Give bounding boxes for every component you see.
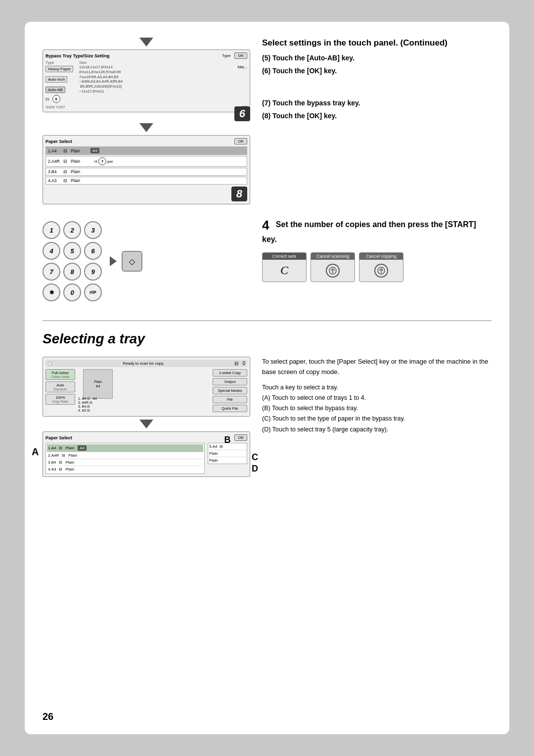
paper-row-2-num: 2.A4R [48,159,60,164]
bypass-tray-title: Bypass Tray Type/Size Setting [45,53,109,58]
tray-ps-r4-num: 4.A3 [48,467,56,472]
cms-btn-file[interactable]: File [213,396,247,403]
tray-row-1[interactable]: 1. A4 ⊟ A4 [78,397,210,401]
cancel-scanning-btn[interactable]: Cancel scanning [311,252,355,282]
key-star[interactable]: ✱ [43,284,60,301]
tray-ps-ok[interactable]: OK [234,434,247,441]
arrow-right-icon [110,256,117,266]
bypass-ok-btn[interactable]: OK [234,52,247,59]
cms-btn-full-colour[interactable]: Full colour Colour mode [45,369,75,380]
key-hashp[interactable]: #/P [84,284,102,301]
tray-ps-right: B 5.A4 ⊟ Plain [208,443,247,474]
step4-text: Set the number of copies and then press … [262,220,476,243]
paper-row-2-extra: H 7 per [94,157,113,165]
step7-text: (7) Touch the bypass tray key. [262,98,491,108]
key-1[interactable]: 1 [43,221,60,239]
tray-row-3[interactable]: 3. B4 ⊟ [78,405,210,409]
key-5[interactable]: 5 [63,242,81,260]
paper-row-3[interactable]: 3.B4 ⊟ Plain [45,168,247,176]
arrow-down-icon [139,38,153,47]
select-settings-title: Select settings in the touch panel. (Con… [262,38,491,48]
cms-btn-quickfile[interactable]: Quick File [213,405,247,412]
step5-circle[interactable]: 5 [52,95,60,103]
tray-section: Selecting a tray 📋 Ready to scan for cop… [43,331,491,477]
cms-icon-left: 📋 [47,361,52,366]
size-list: 12x18,11x17,8½x14 8½x11,8½x11R,5½x8½R 7¼… [79,65,247,94]
tray-ps-r3-plain: Plain [65,460,74,465]
paper-image: Plain A4 [83,369,113,399]
tray-row-4[interactable]: 4. A3 ⊟ [78,409,210,413]
bypass-label-5a4: 5.A4 [209,444,217,449]
page-number: 26 [43,711,53,722]
cms-right-btns: 2-sided Copy Output Special Modes File Q… [213,369,247,414]
bypass-tray-screen: Bypass Tray Type/Size Setting Type OK Ty… [43,49,250,112]
tray-list: 1. A4 ⊟ A4 2. A4R ⊟ 3. B4 ⊟ 4. A3 ⊟ [78,397,210,413]
auto-label: Auto [47,383,73,387]
key-9[interactable]: 9 [84,263,102,281]
key-0[interactable]: 0 [63,284,81,301]
key-4[interactable]: 4 [43,242,60,260]
paper-select-ok-btn[interactable]: OK [234,138,247,144]
right-col-plain-2[interactable]: Plain [208,457,247,464]
cms-btn-2sided[interactable]: 2-sided Copy [213,369,247,377]
step5-num: (5) [262,54,272,62]
paper-row-4[interactable]: 4.A3 ⊟ Plain [45,177,247,185]
step7-circle[interactable]: 7 [98,157,106,165]
auto-ab-btn[interactable]: Auto-AB [45,87,65,93]
key-2[interactable]: 2 [63,221,81,239]
tray-ps-r1-icon: ⊟ [59,446,62,450]
step7-circle-wrap: 7 [98,159,106,164]
right-plain-2: Plain [209,458,218,463]
arrow-down-icon-2 [139,123,153,132]
cms-icons: ⊟ 0 [234,361,245,366]
tray-ps-body: 1.A4 ⊟ Plain A4 2.A4R ⊟ Plain [45,443,247,474]
label-A: A [32,446,39,458]
cms-btn-output[interactable]: Output [213,378,247,385]
tray-row-2[interactable]: 2. A4R ⊟ [78,401,210,405]
tray-ps-r3-num: 3.B4 [48,460,56,465]
paper-select-title: Paper Select [45,139,72,144]
tray-right: To select paper, touch the [Paper Select… [262,357,491,477]
right-column: Select settings in the touch panel. (Con… [262,38,491,204]
tray-ps-r3-icon: ⊟ [59,460,62,465]
correct-sets-btn[interactable]: Correct sets C [262,252,307,282]
cms-btn-auto[interactable]: Auto Exposure [45,381,75,392]
step5-label: Touch the [Auto-AB] key. [272,54,355,62]
tray-ps-row-4[interactable]: 4.A3 ⊟ Plain [47,466,203,472]
paper-stack-area: Plain A4 1. A4 ⊟ A4 2. A4R ⊟ 3. B4 ⊟ 4. … [78,369,210,414]
tray-ps-row-3[interactable]: 3.B4 ⊟ Plain [47,459,203,466]
tray-ps-row-2[interactable]: 2.A4R ⊟ Plain [47,452,203,459]
c-letter-icon: C [280,264,288,277]
cms-btn-ratio[interactable]: 100% Copy Ratio [45,394,75,405]
ratio-label: 100% [47,395,73,400]
step5-text: (5) Touch the [Auto-AB] key. [262,53,491,63]
right-col-plain-1[interactable]: Plain [208,450,247,457]
type-label: Type [45,60,75,65]
paper-row-2[interactable]: 2.A4R ⊟ Plain H 7 per [45,156,247,167]
right-col-container: 5.A4 ⊟ Plain Plain [208,443,247,464]
tray-section-body: 📋 Ready to scan for copy. ⊟ 0 Full colou… [43,357,491,477]
plain-label-top: Plain [94,380,102,383]
paper-select-screen: Paper Select OK 1.A4 ⊟ Plain A4 2.A4R ⊟ … [43,135,250,204]
cms-btn-special[interactable]: Special Modes [213,387,247,394]
cancel-copying-icon [363,262,399,280]
paper-row-1[interactable]: 1.A4 ⊟ Plain A4 [45,146,247,155]
step4-area: 4 Set the number of copies and then pres… [262,216,491,282]
cancel-copying-label: Cancel copying [359,253,403,260]
label-B: B [224,435,231,445]
cms-tray-icon: ⊟ [234,361,238,366]
cancel-copying-btn[interactable]: Cancel copying [359,252,403,282]
key-3[interactable]: 3 [84,221,102,239]
key-8[interactable]: 8 [63,263,81,281]
key-7[interactable]: 7 [43,263,60,281]
key-6[interactable]: 6 [84,242,102,260]
tray-ps-r1-badge: A4 [78,445,87,451]
tray-ps-row-1[interactable]: 1.A4 ⊟ Plain A4 [47,444,203,452]
step8-text: (8) Touch the [OK] key. [262,111,491,121]
copy-mode-screen: 📋 Ready to scan for copy. ⊟ 0 Full colou… [43,357,250,417]
diamond-btn[interactable]: ◇ [122,251,142,272]
tray-ps-col: 1.A4 ⊟ Plain A4 2.A4R ⊟ Plain [45,443,205,474]
auto-inch-label[interactable]: Auto-Inch [45,76,67,83]
keypad-area: 1 2 3 4 5 6 7 8 9 ✱ 0 #/P ◇ [43,216,250,306]
cms-topbar: 📋 Ready to scan for copy. ⊟ 0 [45,360,247,367]
